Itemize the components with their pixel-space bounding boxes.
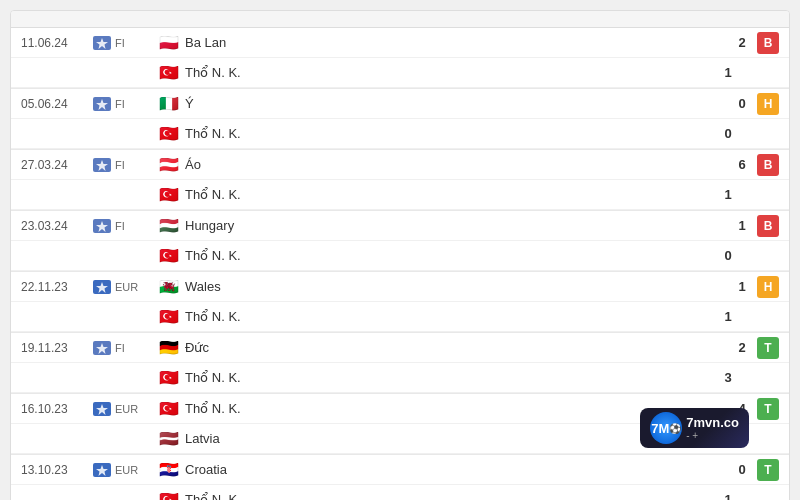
team2-name: Thổ N. K. — [185, 248, 241, 263]
team1-flag: 🇭🇺 — [159, 219, 179, 233]
competition-name: FI — [115, 37, 125, 49]
match-row: 13.10.23EUR🇭🇷Croatia0T — [11, 455, 789, 485]
team1-score: 1 — [727, 218, 757, 233]
team2-name: Thổ N. K. — [185, 370, 241, 385]
match-date: 11.06.24 — [21, 36, 93, 50]
team1-flag: 🏴󠁧󠁢󠁷󠁬󠁳󠁿 — [159, 280, 179, 294]
team2: 🇹🇷Thổ N. K. — [153, 248, 713, 263]
match-group: 27.03.24FI🇦🇹Áo6B🇹🇷Thổ N. K.1 — [11, 150, 789, 211]
result-badge: B — [757, 154, 779, 176]
team2-flag: 🇹🇷 — [159, 310, 179, 324]
team2: 🇹🇷Thổ N. K. — [153, 492, 713, 500]
team2-name: Thổ N. K. — [185, 187, 241, 202]
team1-score: 2 — [727, 35, 757, 50]
team2: 🇹🇷Thổ N. K. — [153, 309, 713, 324]
competition-icon — [93, 219, 111, 233]
match-group: 05.06.24FI🇮🇹Ý0H🇹🇷Thổ N. K.0 — [11, 89, 789, 150]
team2: 🇹🇷Thổ N. K. — [153, 370, 713, 385]
match-group: 22.11.23EUR🏴󠁧󠁢󠁷󠁬󠁳󠁿Wales1H🇹🇷Thổ N. K.1 — [11, 272, 789, 333]
team1-flag: 🇩🇪 — [159, 341, 179, 355]
result-badge: B — [757, 215, 779, 237]
competition-name: FI — [115, 98, 125, 110]
svg-marker-1 — [96, 99, 108, 110]
match-group: 16.10.23EUR🇹🇷Thổ N. K.4T🇱🇻Latvia07M⚽7mvn… — [11, 394, 789, 455]
match-group: 23.03.24FI🇭🇺Hungary1B🇹🇷Thổ N. K.0 — [11, 211, 789, 272]
team1-score: 0 — [727, 96, 757, 111]
match-row: 19.11.23FI🇩🇪Đức2T — [11, 333, 789, 363]
match-row-2: 🇹🇷Thổ N. K.3 — [11, 363, 789, 393]
team1-flag: 🇮🇹 — [159, 97, 179, 111]
svg-marker-0 — [96, 38, 108, 49]
competition-icon — [93, 341, 111, 355]
svg-marker-7 — [96, 465, 108, 476]
competition-icon — [93, 36, 111, 50]
team2-flag: 🇹🇷 — [159, 493, 179, 501]
team2-name: Latvia — [185, 431, 220, 446]
match-row-2: 🇹🇷Thổ N. K.1 — [11, 485, 789, 500]
match-row: 23.03.24FI🇭🇺Hungary1B — [11, 211, 789, 241]
team1-name: Thổ N. K. — [185, 401, 241, 416]
match-row-2: 🇹🇷Thổ N. K.1 — [11, 302, 789, 332]
team1: 🇦🇹Áo — [153, 157, 727, 172]
team2-score: 0 — [713, 248, 743, 263]
team2-flag: 🇱🇻 — [159, 432, 179, 446]
match-row-2: 🇹🇷Thổ N. K.1 — [11, 180, 789, 210]
team2-score: 0 — [713, 126, 743, 141]
competition-name: FI — [115, 342, 125, 354]
match-row: 27.03.24FI🇦🇹Áo6B — [11, 150, 789, 180]
team2: 🇹🇷Thổ N. K. — [153, 187, 713, 202]
competition-icon — [93, 158, 111, 172]
team1-score: 6 — [727, 157, 757, 172]
team2-flag: 🇹🇷 — [159, 249, 179, 263]
match-date: 27.03.24 — [21, 158, 93, 172]
matches-list: 11.06.24FI🇵🇱Ba Lan2B🇹🇷Thổ N. K.105.06.24… — [11, 28, 789, 500]
competition-icon — [93, 463, 111, 477]
competition-name: EUR — [115, 464, 138, 476]
watermark-logo: 7M⚽ — [650, 412, 682, 444]
match-group: 19.11.23FI🇩🇪Đức2T🇹🇷Thổ N. K.3 — [11, 333, 789, 394]
team1-name: Croatia — [185, 462, 227, 477]
watermark-text: 7mvn.co — [686, 415, 739, 430]
team2-flag: 🇹🇷 — [159, 188, 179, 202]
svg-marker-6 — [96, 404, 108, 415]
team2-score: 1 — [713, 309, 743, 324]
team1-flag: 🇵🇱 — [159, 36, 179, 50]
team2-flag: 🇹🇷 — [159, 127, 179, 141]
main-container: 11.06.24FI🇵🇱Ba Lan2B🇹🇷Thổ N. K.105.06.24… — [10, 10, 790, 500]
team1-flag: 🇭🇷 — [159, 463, 179, 477]
competition-label: FI — [93, 36, 153, 50]
team2-score: 3 — [713, 370, 743, 385]
match-date: 16.10.23 — [21, 402, 93, 416]
team1-flag: 🇦🇹 — [159, 158, 179, 172]
competition-label: FI — [93, 158, 153, 172]
svg-marker-5 — [96, 343, 108, 354]
team2-name: Thổ N. K. — [185, 309, 241, 324]
team2-score: 1 — [713, 65, 743, 80]
team2-name: Thổ N. K. — [185, 65, 241, 80]
competition-label: EUR — [93, 280, 153, 294]
watermark-sub: - + — [686, 430, 739, 441]
match-date: 22.11.23 — [21, 280, 93, 294]
section-header — [11, 11, 789, 28]
team2: 🇱🇻Latvia — [153, 431, 713, 446]
competition-name: EUR — [115, 403, 138, 415]
watermark: 7M⚽7mvn.co- + — [640, 408, 749, 448]
team2-score: 1 — [713, 187, 743, 202]
team2-score: 1 — [713, 492, 743, 500]
team1-name: Áo — [185, 157, 201, 172]
competition-name: FI — [115, 159, 125, 171]
competition-name: FI — [115, 220, 125, 232]
match-date: 05.06.24 — [21, 97, 93, 111]
match-date: 23.03.24 — [21, 219, 93, 233]
team1-name: Đức — [185, 340, 209, 355]
team2: 🇹🇷Thổ N. K. — [153, 126, 713, 141]
match-row-2: 🇹🇷Thổ N. K.1 — [11, 58, 789, 88]
team1: 🇵🇱Ba Lan — [153, 35, 727, 50]
team1-name: Hungary — [185, 218, 234, 233]
team1: 🇩🇪Đức — [153, 340, 727, 355]
match-row: 11.06.24FI🇵🇱Ba Lan2B — [11, 28, 789, 58]
team1-flag: 🇹🇷 — [159, 402, 179, 416]
match-row-2: 🇹🇷Thổ N. K.0 — [11, 119, 789, 149]
team2-flag: 🇹🇷 — [159, 371, 179, 385]
match-row: 22.11.23EUR🏴󠁧󠁢󠁷󠁬󠁳󠁿Wales1H — [11, 272, 789, 302]
